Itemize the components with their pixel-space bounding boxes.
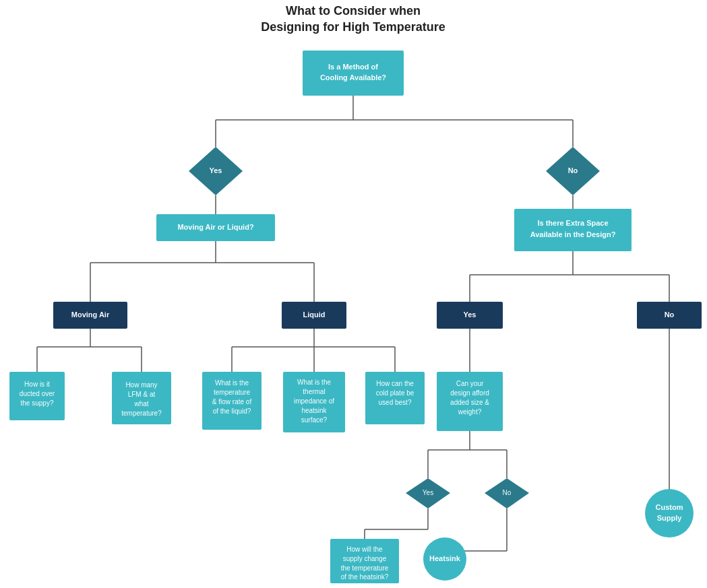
svg-text:the temperature: the temperature <box>341 564 389 572</box>
svg-text:Heatsink: Heatsink <box>429 554 461 562</box>
svg-text:design afford: design afford <box>450 389 489 397</box>
svg-text:No: No <box>665 311 675 319</box>
svg-text:supply change: supply change <box>343 555 387 562</box>
svg-text:How will the: How will the <box>346 546 383 553</box>
svg-text:Available in the Design?: Available in the Design? <box>530 230 616 238</box>
svg-text:thermal: thermal <box>303 388 325 395</box>
svg-text:Cooling Available?: Cooling Available? <box>320 73 386 81</box>
svg-text:Custom: Custom <box>656 503 683 511</box>
svg-text:Supply: Supply <box>657 514 683 522</box>
svg-text:How can the: How can the <box>376 380 414 387</box>
svg-text:used best?: used best? <box>379 399 412 406</box>
svg-text:of the heatsink?: of the heatsink? <box>341 573 389 581</box>
svg-text:Yes: Yes <box>210 166 222 174</box>
svg-text:what: what <box>133 400 148 407</box>
svg-text:weight?: weight? <box>458 408 482 416</box>
svg-text:What is the: What is the <box>215 379 249 387</box>
svg-text:No: No <box>503 489 512 496</box>
svg-text:Is a Method of: Is a Method of <box>328 63 378 71</box>
svg-text:& flow rate of: & flow rate of <box>212 398 252 405</box>
svg-text:added size &: added size & <box>450 399 489 406</box>
svg-text:of the liquid?: of the liquid? <box>213 407 251 415</box>
svg-text:What is the: What is the <box>297 379 331 386</box>
svg-text:temperature: temperature <box>214 389 250 396</box>
svg-text:Liquid: Liquid <box>303 311 326 319</box>
svg-text:How is it: How is it <box>24 381 50 388</box>
svg-text:heatsink: heatsink <box>301 407 327 414</box>
svg-text:surface?: surface? <box>301 416 328 424</box>
svg-text:Moving Air: Moving Air <box>71 311 110 319</box>
svg-text:How many: How many <box>125 381 157 389</box>
svg-text:No: No <box>568 166 578 174</box>
title-line2: Designing for High Temperature <box>261 20 445 34</box>
title-line1: What to Consider when <box>286 4 421 18</box>
svg-text:cold plate be: cold plate be <box>376 389 414 397</box>
svg-text:Yes: Yes <box>464 311 477 319</box>
svg-text:Yes: Yes <box>423 489 433 496</box>
svg-text:LFM & at: LFM & at <box>128 391 156 398</box>
svg-text:the suppy?: the suppy? <box>21 399 54 407</box>
svg-text:Can your: Can your <box>456 380 484 387</box>
svg-text:temperature?: temperature? <box>121 410 162 417</box>
svg-text:ducted over: ducted over <box>20 390 55 397</box>
svg-text:impedance of: impedance of <box>294 397 334 405</box>
svg-text:Is there Extra Space: Is there Extra Space <box>537 219 608 227</box>
chart-container: What to Consider when Designing for High… <box>0 0 707 588</box>
svg-text:Moving Air or Liquid?: Moving Air or Liquid? <box>177 223 254 231</box>
